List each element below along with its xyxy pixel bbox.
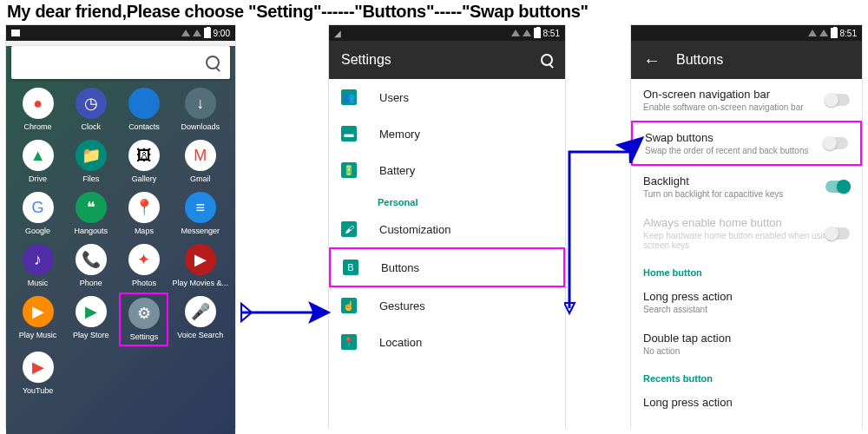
app-label: Drive [29,174,47,183]
app-gallery[interactable]: 🖼Gallery [119,136,168,187]
app-playmovies[interactable]: ▶Play Movies &... [172,240,228,291]
signal-icon [819,30,828,36]
arrow-1 [236,295,332,330]
app-files[interactable]: 📁Files [66,136,115,187]
search-icon [206,56,220,69]
arrow-2 [564,135,651,317]
app-messenger[interactable]: ≡Messenger [172,188,228,239]
app-label: Play Store [73,331,109,339]
app-label: Messenger [181,227,220,235]
app-icon: ≡ [185,192,216,223]
app-contacts[interactable]: 👤Contacts [119,84,168,135]
row-subtitle: Keep hardware home button enabled when u… [643,231,850,250]
toggle-switch[interactable] [824,137,848,149]
row-label: Customization [379,223,450,236]
row-subtitle: Enable software on-screen navigation bar [643,102,804,112]
row-label: Gestures [379,299,425,312]
toggle-switch[interactable] [825,94,850,106]
app-playstore[interactable]: ▶Play Store [66,293,115,346]
app-settings[interactable]: ⚙Settings [119,293,168,346]
app-voicesearch[interactable]: 🎤Voice Search [172,293,228,346]
settings-row-gestures[interactable]: ☝Gestures [329,287,565,324]
row-label: Battery [379,164,415,177]
row-label: Users [379,91,409,104]
settings-row-buttons[interactable]: BButtons [329,247,565,287]
app-photos[interactable]: ✦Photos [119,240,168,291]
battery-icon [204,28,211,38]
app-hangouts[interactable]: ❝Hangouts [66,188,115,239]
app-label: Gmail [190,174,211,183]
app-icon: ● [23,88,54,119]
buttons-row-longpressaction[interactable]: Long press actionSearch assistant [631,281,862,323]
row-icon: 📍 [341,334,357,350]
toggle-switch[interactable] [825,181,850,193]
app-icon: 📁 [76,140,107,171]
signal-icon [808,30,817,36]
app-drive[interactable]: ▲Drive [13,136,62,187]
row-label: Long press action [643,396,733,409]
app-downloads[interactable]: ↓Downloads [172,84,228,135]
search-icon[interactable] [541,54,553,66]
app-clock[interactable]: ◷Clock [66,84,115,135]
settings-row-users[interactable]: 👥Users [329,79,565,115]
app-label: Play Movies &... [172,279,228,287]
page-title: Buttons [676,52,723,68]
search-bar[interactable] [11,46,230,79]
section-header-personal: Personal [329,188,565,211]
app-label: Voice Search [177,331,223,339]
row-subtitle: No action [643,346,731,356]
app-icon: 📍 [128,192,160,223]
settings-row-customization[interactable]: 🖌Customization [329,211,565,247]
settings-row-memory[interactable]: ▬Memory [329,115,565,152]
buttons-row-swapbuttons[interactable]: Swap buttonsSwap the order of recent and… [631,121,862,166]
settings-titlebar: Settings [329,41,565,79]
buttons-titlebar: ← Buttons [631,41,862,79]
app-label: Files [82,174,99,183]
app-chrome[interactable]: ●Chrome [13,84,62,135]
app-icon: ⚙ [128,298,160,329]
page-title: Settings [341,52,391,68]
app-icon: ❝ [76,192,107,223]
clock-text: 8:51 [840,29,857,38]
app-icon: 🎤 [185,296,216,327]
app-youtube[interactable]: ▶YouTube [13,348,62,398]
buttons-row-longpressaction[interactable]: Long press action [631,387,862,418]
row-icon: B [343,260,358,275]
app-phone[interactable]: 📞Phone [66,240,115,291]
buttons-row-backlight[interactable]: BacklightTurn on backlight for capacitiv… [631,166,862,207]
app-label: Hangouts [74,227,108,235]
app-icon: ✦ [128,244,160,275]
app-icon: ▶ [185,244,216,275]
buttons-row-onscreennavigationbar[interactable]: On-screen navigation barEnable software … [631,79,862,121]
row-label: Buttons [381,261,419,274]
settings-row-battery[interactable]: 🔋Battery [329,152,565,188]
back-icon[interactable]: ← [643,50,661,70]
battery-icon [831,28,838,38]
app-label: Settings [130,332,159,341]
row-label: Location [379,336,422,349]
app-music[interactable]: ♪Music [13,240,62,291]
screen-settings-list: ◢ 8:51 Settings 👥Users▬Memory🔋BatteryPer… [328,24,566,429]
section-header-recents: Recents button [631,365,862,387]
buttons-row-doubletapaction[interactable]: Double tap actionNo action [631,323,862,365]
app-label: YouTube [23,386,53,395]
app-label: Maps [135,227,154,235]
app-google[interactable]: GGoogle [13,188,62,239]
signal-icon [523,30,531,36]
app-maps[interactable]: 📍Maps [119,188,168,239]
row-subtitle: Search assistant [643,305,733,314]
row-subtitle: Turn on backlight for capacitive keys [643,189,783,199]
svg-marker-0 [311,304,328,321]
instruction-text: My dear friend,Please choose "Setting"--… [7,2,589,22]
settings-row-location[interactable]: 📍Location [329,324,565,360]
app-label: Downloads [181,122,220,131]
row-icon: 👥 [341,89,357,105]
app-label: Clock [81,122,101,131]
section-header-home: Home button [631,259,862,281]
battery-icon [534,28,541,38]
app-playmusic[interactable]: ▶Play Music [13,293,62,346]
app-icon: ▶ [23,296,54,327]
app-icon: ▲ [23,140,54,171]
row-label: On-screen navigation bar [643,88,804,101]
app-gmail[interactable]: MGmail [172,136,228,187]
